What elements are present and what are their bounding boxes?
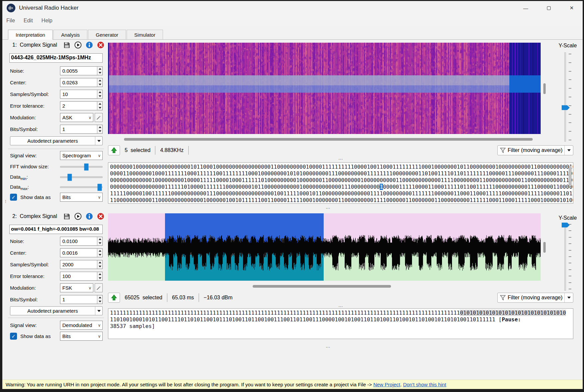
signal-view-select[interactable]: Spectrogram∨ xyxy=(60,151,103,160)
show-data-select[interactable]: Bits∨ xyxy=(60,332,103,341)
close-signal-icon[interactable] xyxy=(97,212,105,220)
tab-generator[interactable]: Generator xyxy=(88,30,126,40)
play-icon[interactable] xyxy=(74,212,82,220)
splitter-handle[interactable]: ⋯ xyxy=(326,344,331,350)
spin-up-icon[interactable] xyxy=(97,125,102,129)
bits-symbol-spinbox[interactable]: 1 xyxy=(60,125,103,134)
data-min-slider[interactable] xyxy=(60,176,103,178)
error-tolerance-spinbox[interactable]: 100 xyxy=(60,272,103,281)
menu-file[interactable]: File xyxy=(6,18,15,24)
data-max-slider[interactable] xyxy=(60,186,103,188)
yscale-tick xyxy=(569,282,571,283)
dont-show-hint-link[interactable]: Don't show this hint xyxy=(403,382,446,387)
yscale2-ticks xyxy=(569,223,572,291)
close-signal-icon[interactable] xyxy=(97,41,105,49)
play-icon[interactable] xyxy=(74,41,82,49)
minimize-button[interactable]: — xyxy=(515,1,536,15)
yscale-tick xyxy=(569,230,571,231)
signal1-vscrollbar[interactable] xyxy=(543,83,546,94)
splitter-handle-vertical[interactable]: ⁞ xyxy=(5,201,6,202)
noise-spinbox[interactable]: 0.0100 xyxy=(60,237,103,246)
show-data-checkbox[interactable]: ✓ xyxy=(10,194,17,201)
detect-modulation-wand-button[interactable] xyxy=(95,283,103,292)
noise-spinbox[interactable]: 0.0055 xyxy=(60,66,103,75)
filter-dropdown[interactable] xyxy=(564,146,573,155)
splitter-handle[interactable]: ⋯ xyxy=(326,205,331,211)
signal2-bits-view[interactable]: 1111111111111111111111111111111111111111… xyxy=(108,308,573,339)
modulation-label: Modulation: xyxy=(10,285,36,291)
signal1-bits-view[interactable]: 0000000100000000000000000101100010000000… xyxy=(108,162,573,204)
fft-window-slider[interactable] xyxy=(60,166,103,168)
tab-analysis[interactable]: Analysis xyxy=(53,30,87,40)
spin-up-icon[interactable] xyxy=(97,295,102,300)
signal-view-select[interactable]: Demodulated∨ xyxy=(60,321,103,330)
signal2-autodetect-button[interactable]: Autodetect parameters xyxy=(10,306,103,315)
spin-up-icon[interactable] xyxy=(97,102,102,106)
data-min-handle[interactable] xyxy=(67,174,72,181)
bits-symbol-spinbox[interactable]: 1 xyxy=(60,295,103,304)
spin-up-icon[interactable] xyxy=(97,67,102,71)
info-icon[interactable] xyxy=(85,212,93,220)
signal2-hscrollbar[interactable] xyxy=(253,285,391,288)
bits-scrollbar[interactable] xyxy=(569,166,572,186)
spin-down-icon[interactable] xyxy=(97,276,102,281)
fft-slider-handle[interactable] xyxy=(84,163,89,170)
spin-up-icon[interactable] xyxy=(97,249,102,253)
spin-down-icon[interactable] xyxy=(97,129,102,134)
selection-count: 65025 selected xyxy=(125,295,162,301)
signal1-spectrogram[interactable] xyxy=(108,43,541,134)
autodetect-dropdown[interactable] xyxy=(95,137,102,145)
spin-down-icon[interactable] xyxy=(97,94,102,99)
filter-button[interactable]: Filter (moving average) xyxy=(497,145,573,155)
signal2-waveform[interactable] xyxy=(108,213,541,281)
filter-button[interactable]: Filter (moving average) xyxy=(497,293,573,303)
yscale1-slider[interactable] xyxy=(564,52,566,142)
center-spinbox[interactable]: 0.0263 xyxy=(60,78,103,87)
save-icon[interactable] xyxy=(63,212,71,220)
spin-down-icon[interactable] xyxy=(97,241,102,246)
spin-down-icon[interactable] xyxy=(97,300,102,304)
save-icon[interactable] xyxy=(63,41,71,49)
detect-modulation-wand-button[interactable] xyxy=(95,113,103,122)
spin-up-icon[interactable] xyxy=(97,90,102,94)
tab-simulator[interactable]: Simulator xyxy=(127,30,163,40)
new-project-link[interactable]: New Project xyxy=(373,382,400,387)
center-spinbox[interactable]: 0.0016 xyxy=(60,248,103,257)
filter-dropdown[interactable] xyxy=(564,293,573,302)
yscale2-slider[interactable] xyxy=(564,223,566,291)
spin-up-icon[interactable] xyxy=(97,78,102,83)
spin-up-icon[interactable] xyxy=(97,260,102,265)
show-data-select[interactable]: Bits∨ xyxy=(60,193,103,202)
autodetect-dropdown[interactable] xyxy=(95,307,102,315)
menu-help[interactable]: Help xyxy=(41,18,52,24)
data-max-handle[interactable] xyxy=(98,184,102,191)
error-tolerance-spinbox[interactable]: 2 xyxy=(60,101,103,110)
spin-down-icon[interactable] xyxy=(97,265,102,269)
spin-down-icon[interactable] xyxy=(97,83,102,87)
signal1-hscrollbar[interactable] xyxy=(124,138,533,141)
spin-down-icon[interactable] xyxy=(97,71,102,75)
close-button[interactable]: ✕ xyxy=(561,1,582,15)
modulation-select[interactable]: FSK∨ xyxy=(60,283,93,292)
goto-selection-button[interactable] xyxy=(108,145,120,155)
samples-symbol-spinbox[interactable]: 10 xyxy=(60,90,103,99)
show-data-checkbox[interactable]: ✓ xyxy=(10,333,17,340)
signal2-vscrollbar[interactable] xyxy=(543,242,546,253)
modulation-select[interactable]: ASK∨ xyxy=(60,113,93,122)
yscale-tick xyxy=(569,289,571,289)
green-arrow-up-icon xyxy=(111,294,117,301)
maximize-button[interactable] xyxy=(538,1,559,15)
info-icon[interactable] xyxy=(85,41,93,49)
spin-down-icon[interactable] xyxy=(97,106,102,110)
goto-selection-button[interactable] xyxy=(108,293,120,303)
signal1-name-input[interactable]: 0443-426_025MHz-1MSps-1MHz xyxy=(9,53,103,63)
spin-up-icon[interactable] xyxy=(97,237,102,241)
samples-symbol-spinbox[interactable]: 2000 xyxy=(60,260,103,269)
signal1-autodetect-button[interactable]: Autodetect parameters xyxy=(10,136,103,145)
spin-down-icon[interactable] xyxy=(97,253,102,257)
spin-up-icon[interactable] xyxy=(97,272,102,276)
splitter-handle[interactable]: ⋯ xyxy=(338,156,344,162)
signal2-name-input[interactable]: ow=0.0041 f_high=-0.001085 bw=0.08 xyxy=(9,225,103,234)
tab-interpretation[interactable]: Interpretation xyxy=(8,30,53,40)
menu-edit[interactable]: Edit xyxy=(24,18,33,24)
